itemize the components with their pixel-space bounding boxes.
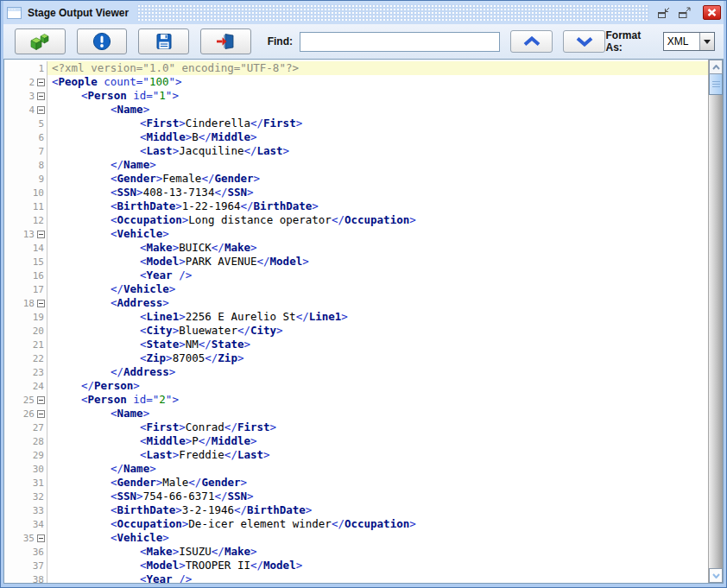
code-line[interactable]: 35<Vehicle> [4,531,708,545]
code-line-text[interactable]: <Year /> [47,572,708,583]
code-line-text[interactable]: <Occupation>Long distance operator</Occu… [47,213,708,227]
format-combobox[interactable]: XML [663,32,715,51]
code-line-text[interactable]: <Make>BUICK</Make> [47,241,708,255]
code-line[interactable]: 31<Gender>Male</Gender> [4,476,708,490]
code-line[interactable]: 9<Gender>Female</Gender> [4,172,708,186]
maximize-button[interactable] [677,6,692,19]
code-line[interactable]: 29<Last>Freddie</Last> [4,448,708,462]
code-line-text[interactable]: <SSN>754-66-6371</SSN> [47,490,708,503]
green-cubes-button[interactable] [15,28,66,54]
fold-collapse-box[interactable] [37,92,45,100]
code-line-text[interactable]: <City>Bluewater</City> [47,324,708,338]
code-line-text[interactable]: <Last>Jacquiline</Last> [47,144,708,158]
code-line[interactable]: 33<BirthDate>3-2-1946</BirthDate> [4,503,708,517]
code-line[interactable]: 1<?xml version="1.0" encoding="UTF-8"?> [4,61,708,75]
code-line-text[interactable]: <First>Conrad</First> [47,420,708,434]
code-line-text[interactable]: <Occupation>De-icer element winder</Occu… [47,517,708,531]
find-next-button[interactable] [563,30,605,53]
fold-collapse-box[interactable] [37,396,45,404]
code-line-text[interactable]: </Name> [47,158,708,172]
code-line[interactable]: 21<State>NM</State> [4,338,708,351]
format-dropdown-button[interactable] [699,33,714,50]
code-line-text[interactable]: <Last>Freddie</Last> [47,448,708,462]
vertical-scrollbar[interactable] [708,60,723,583]
fold-collapse-box[interactable] [37,410,45,418]
code-line[interactable]: 27<First>Conrad</First> [4,420,708,434]
code-line-text[interactable]: <?xml version="1.0" encoding="UTF-8"?> [47,61,708,75]
code-line-text[interactable]: <BirthDate>1-22-1964</BirthDate> [47,199,708,213]
code-line[interactable]: 26<Name> [4,407,708,420]
code-line[interactable]: 18<Address> [4,296,708,310]
code-line-text[interactable]: <BirthDate>3-2-1946</BirthDate> [47,503,708,517]
scrollbar-thumb[interactable] [709,74,723,95]
code-line[interactable]: 32<SSN>754-66-6371</SSN> [4,490,708,503]
code-line-text[interactable]: <Name> [47,407,708,420]
code-line-text[interactable]: <Address> [47,296,708,310]
find-input[interactable] [300,32,500,52]
code-line-text[interactable]: <People count="100"> [47,75,708,89]
code-line-text[interactable]: <SSN>408-13-7134</SSN> [47,186,708,199]
fold-collapse-box[interactable] [37,231,45,238]
code-line[interactable]: 16<Year /> [4,269,708,282]
code-line-text[interactable]: </Vehicle> [47,282,708,296]
code-line[interactable]: 14<Make>BUICK</Make> [4,241,708,255]
code-line[interactable]: 20<City>Bluewater</City> [4,324,708,338]
code-line[interactable]: 8</Name> [4,158,708,172]
exit-button[interactable] [200,28,251,54]
code-line-text[interactable]: <Line1>2256 E Aurelio St</Line1> [47,310,708,324]
save-button[interactable] [138,28,189,54]
code-line-text[interactable]: <Make>ISUZU</Make> [47,545,708,559]
code-line-text[interactable]: <Middle>B</Middle> [47,130,708,144]
code-line[interactable]: 28<Middle>P</Middle> [4,434,708,448]
code-line-text[interactable]: <First>Cinderella</First> [47,117,708,130]
code-line-text[interactable]: <Middle>P</Middle> [47,434,708,448]
find-prev-button[interactable] [510,30,553,53]
code-line[interactable]: 17</Vehicle> [4,282,708,296]
code-line[interactable]: 30</Name> [4,462,708,476]
scrollbar-track[interactable] [709,95,723,568]
code-line-text[interactable]: <Model>PARK AVENUE</Model> [47,255,708,269]
code-line[interactable]: 10<SSN>408-13-7134</SSN> [4,186,708,199]
code-line[interactable]: 7<Last>Jacquiline</Last> [4,144,708,158]
code-line-text[interactable]: <Person id="1"> [47,89,708,103]
code-line-text[interactable]: <Vehicle> [47,531,708,545]
code-line-text[interactable]: </Address> [47,365,708,379]
close-button[interactable] [703,5,721,20]
code-line[interactable]: 2<People count="100"> [4,75,708,89]
code-line-text[interactable]: </Person> [47,379,708,393]
code-line-text[interactable]: <Name> [47,103,708,117]
code-line[interactable]: 25<Person id="2"> [4,393,708,407]
code-line[interactable]: 15<Model>PARK AVENUE</Model> [4,255,708,269]
code-lines[interactable]: 1<?xml version="1.0" encoding="UTF-8"?>2… [4,60,708,583]
code-line-text[interactable]: <Model>TROOPER II</Model> [47,559,708,572]
code-line[interactable]: 19<Line1>2256 E Aurelio St</Line1> [4,310,708,324]
code-line[interactable]: 22<Zip>87005</Zip> [4,351,708,365]
code-line[interactable]: 11<BirthDate>1-22-1964</BirthDate> [4,199,708,213]
code-line[interactable]: 13<Vehicle> [4,227,708,241]
code-line-text[interactable]: <State>NM</State> [47,338,708,351]
code-line[interactable]: 34<Occupation>De-icer element winder</Oc… [4,517,708,531]
code-line[interactable]: 24</Person> [4,379,708,393]
code-line[interactable]: 36<Make>ISUZU</Make> [4,545,708,559]
restore-button[interactable] [656,6,672,19]
code-line-text[interactable]: <Person id="2"> [47,393,708,407]
code-line[interactable]: 3<Person id="1"> [4,89,708,103]
fold-collapse-box[interactable] [37,79,45,86]
scroll-down-button[interactable] [709,568,723,583]
code-line-text[interactable]: <Year /> [47,269,708,282]
code-line[interactable]: 37<Model>TROOPER II</Model> [4,559,708,572]
code-line-text[interactable]: <Gender>Female</Gender> [47,172,708,186]
scroll-up-button[interactable] [709,60,723,74]
fold-collapse-box[interactable] [37,106,45,114]
code-line-text[interactable]: <Vehicle> [47,227,708,241]
info-button[interactable] [77,28,128,54]
fold-collapse-box[interactable] [37,534,45,542]
code-line[interactable]: 5<First>Cinderella</First> [4,117,708,130]
code-line[interactable]: 4<Name> [4,103,708,117]
titlebar[interactable]: Stage Output Viewer [3,1,724,24]
code-line[interactable]: 38<Year /> [4,572,708,583]
code-line-text[interactable]: <Zip>87005</Zip> [47,351,708,365]
code-line-text[interactable]: </Name> [47,462,708,476]
code-line-text[interactable]: <Gender>Male</Gender> [47,476,708,490]
code-line[interactable]: 23</Address> [4,365,708,379]
